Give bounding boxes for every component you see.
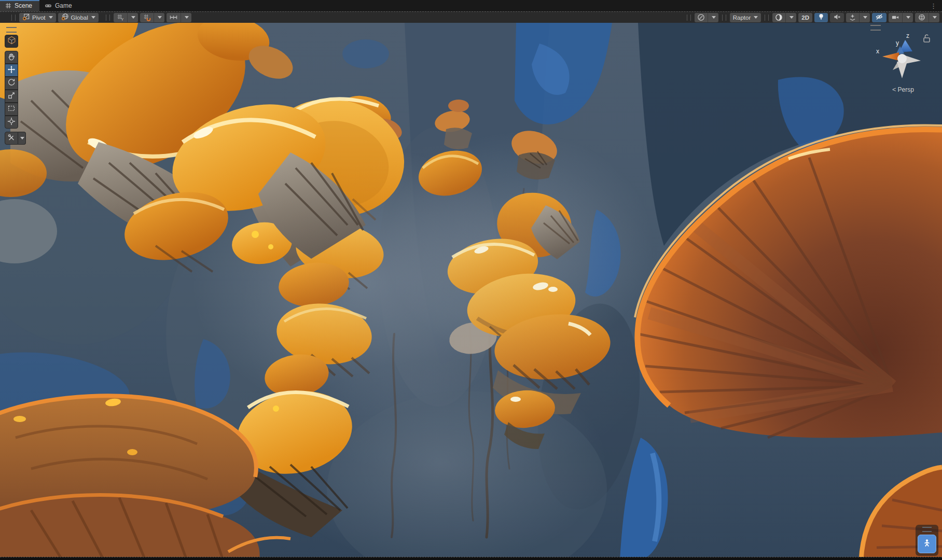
toolbar-drag-handle[interactable] (687, 15, 691, 21)
toolbar-drag-handle[interactable] (106, 15, 110, 21)
chevron-down-icon[interactable] (708, 13, 718, 22)
tool-custom-dropdown[interactable] (18, 132, 26, 145)
gizmos-button[interactable] (915, 13, 939, 22)
chevron-down-icon[interactable] (127, 13, 138, 22)
transform-combined-icon (7, 117, 16, 128)
overlay-drag-handle[interactable] (922, 527, 932, 532)
agent-toggle-button[interactable] (918, 535, 936, 553)
tab-scene-label: Scene (15, 2, 32, 9)
wrench-icon (7, 133, 16, 144)
pivot-handle-icon (22, 13, 30, 22)
viewport-bottom-edge (0, 557, 942, 560)
compass-needle-icon (695, 13, 708, 22)
y-axis-label: y (896, 39, 899, 47)
audio-toggle[interactable] (830, 13, 844, 22)
move-arrows-icon (7, 65, 16, 76)
projection-toggle[interactable]: < Persp (869, 86, 937, 93)
tools-drag-handle[interactable] (6, 27, 17, 33)
effects-button[interactable] (846, 13, 870, 22)
lighting-toggle[interactable] (814, 13, 828, 22)
tool-move[interactable] (5, 64, 18, 77)
svg-text:Y: Y (121, 18, 123, 21)
chevron-down-icon[interactable] (859, 13, 870, 22)
grid-snap-button[interactable] (140, 13, 164, 22)
shaded-sphere-icon (772, 13, 785, 22)
tab-overflow-menu[interactable]: ⋮ (925, 0, 942, 11)
tab-game-label: Game (55, 2, 72, 9)
x-axis-label: x (876, 48, 879, 55)
axis-gizmo[interactable]: z y x (872, 31, 934, 82)
rect-dashed-icon (7, 104, 16, 115)
chevron-down-icon (754, 16, 758, 19)
bottom-right-overlay (916, 525, 938, 556)
tool-custom[interactable] (5, 132, 18, 145)
scene-viewport[interactable]: z y x < Persp (0, 23, 942, 560)
tool-transform[interactable] (5, 116, 18, 129)
hand-icon (7, 52, 16, 63)
tab-game[interactable]: Game (39, 0, 79, 11)
increment-snap-button[interactable] (167, 13, 191, 22)
scene-grid-icon (5, 3, 11, 9)
scene-toolbar: Pivot Global Y (0, 11, 942, 23)
chevron-down-icon[interactable] (785, 13, 796, 22)
tool-rect[interactable] (5, 103, 18, 116)
chevron-down-icon[interactable] (902, 13, 913, 22)
toolbar-drag-handle[interactable] (722, 15, 726, 21)
chevron-left-icon: < (892, 86, 896, 93)
tools-overlay (5, 26, 26, 145)
z-axis-label: z (906, 32, 909, 39)
x-axis-cone[interactable] (882, 52, 899, 61)
orientation-label: Global (71, 15, 88, 21)
tab-scene[interactable]: Scene (0, 0, 39, 11)
scene-render (0, 23, 942, 560)
pivot-label: Pivot (32, 15, 46, 21)
chevron-down-icon[interactable] (154, 13, 164, 22)
person-agent-icon (922, 538, 932, 550)
tool-pan[interactable] (5, 51, 18, 64)
2d-toggle[interactable]: 2D (798, 13, 812, 22)
increment-snap-ruler-icon (167, 13, 181, 22)
eye-slash-icon (875, 13, 883, 22)
orientation-gizmo[interactable]: z y x < Persp (869, 25, 937, 93)
cube-icon (7, 36, 16, 47)
chevron-down-icon[interactable] (181, 13, 191, 22)
2d-label: 2D (801, 15, 809, 21)
camera-profile-label: Raptor (733, 15, 751, 21)
grid-axis-icon: Y (114, 13, 127, 22)
grid-axis-button[interactable]: Y (114, 13, 138, 22)
chevron-down-icon[interactable] (929, 13, 939, 22)
tab-bar: Scene Game ⋮ (0, 0, 942, 11)
camera-profile-dropdown[interactable]: Raptor (730, 13, 761, 22)
tool-view-cube[interactable] (5, 35, 18, 48)
toolbar-drag-handle[interactable] (11, 15, 16, 21)
chevron-down-icon (49, 16, 53, 19)
chevron-down-icon (91, 16, 95, 19)
camera-mode-button[interactable] (695, 13, 718, 22)
gamepad-icon (45, 3, 52, 9)
right-cone[interactable] (905, 55, 921, 64)
gizmo-drag-handle[interactable] (870, 25, 881, 31)
scene-visibility-toggle[interactable] (872, 13, 886, 22)
grid-snap-magnet-icon (140, 13, 154, 22)
draw-mode-button[interactable] (772, 13, 796, 22)
camera-settings-button[interactable] (889, 13, 913, 22)
lightbulb-icon (818, 13, 825, 22)
projection-label: Persp (898, 86, 914, 93)
sparkle-layers-icon (846, 13, 859, 22)
globe-icon (61, 13, 69, 22)
tool-scale[interactable] (5, 90, 18, 103)
video-camera-icon (889, 13, 902, 22)
unity-scene-view: Scene Game ⋮ Pivot Global (0, 0, 942, 560)
padlock-unlocked-icon[interactable] (924, 35, 930, 42)
speaker-muted-icon (833, 13, 841, 22)
pivot-dropdown[interactable]: Pivot (19, 13, 56, 22)
scale-box-icon (7, 91, 16, 102)
gizmo-sphere-icon (915, 13, 929, 22)
tool-rotate[interactable] (5, 77, 18, 90)
orientation-dropdown[interactable]: Global (58, 13, 99, 22)
rotate-circle-icon (7, 78, 16, 89)
down-cone[interactable] (897, 62, 907, 78)
toolbar-drag-handle[interactable] (765, 15, 769, 21)
gizmo-center[interactable] (897, 54, 907, 63)
